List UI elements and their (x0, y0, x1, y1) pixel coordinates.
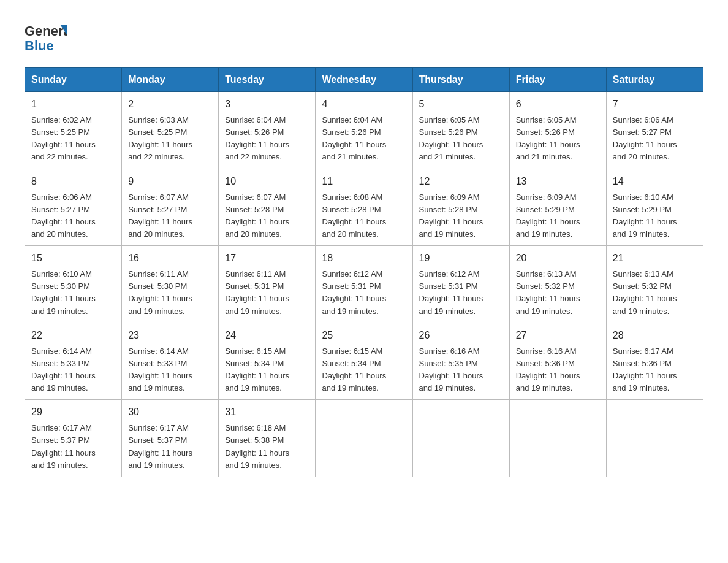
day-info: Sunrise: 6:16 AMSunset: 5:36 PMDaylight:… (516, 345, 600, 395)
day-number: 21 (613, 251, 697, 266)
day-number: 12 (419, 174, 503, 189)
calendar-cell: 18 Sunrise: 6:12 AMSunset: 5:31 PMDaylig… (316, 246, 412, 323)
day-info: Sunrise: 6:12 AMSunset: 5:31 PMDaylight:… (322, 268, 406, 318)
calendar-cell: 2 Sunrise: 6:03 AMSunset: 5:25 PMDayligh… (122, 92, 219, 169)
day-number: 24 (225, 328, 309, 343)
day-number: 10 (225, 174, 309, 189)
calendar-cell: 26 Sunrise: 6:16 AMSunset: 5:35 PMDaylig… (412, 323, 509, 400)
calendar-cell: 8 Sunrise: 6:06 AMSunset: 5:27 PMDayligh… (25, 169, 122, 246)
day-number: 16 (128, 251, 212, 266)
logo-icon: General Blue (25, 18, 67, 55)
day-number: 3 (225, 97, 309, 112)
page-header: General Blue (25, 18, 703, 55)
day-number: 22 (31, 328, 115, 343)
day-number: 7 (613, 97, 697, 112)
calendar-cell: 30 Sunrise: 6:17 AMSunset: 5:37 PMDaylig… (122, 400, 219, 477)
calendar-cell: 16 Sunrise: 6:11 AMSunset: 5:30 PMDaylig… (122, 246, 219, 323)
weekday-header-sunday: Sunday (25, 68, 122, 92)
calendar-cell: 9 Sunrise: 6:07 AMSunset: 5:27 PMDayligh… (122, 169, 219, 246)
week-row-4: 22 Sunrise: 6:14 AMSunset: 5:33 PMDaylig… (25, 323, 703, 400)
day-info: Sunrise: 6:03 AMSunset: 5:25 PMDaylight:… (128, 114, 212, 164)
day-info: Sunrise: 6:14 AMSunset: 5:33 PMDaylight:… (31, 345, 115, 395)
calendar-cell: 11 Sunrise: 6:08 AMSunset: 5:28 PMDaylig… (316, 169, 412, 246)
day-number: 11 (322, 174, 406, 189)
day-number: 13 (516, 174, 600, 189)
day-info: Sunrise: 6:12 AMSunset: 5:31 PMDaylight:… (419, 268, 503, 318)
day-info: Sunrise: 6:07 AMSunset: 5:28 PMDaylight:… (225, 191, 309, 241)
day-number: 27 (516, 328, 600, 343)
day-info: Sunrise: 6:15 AMSunset: 5:34 PMDaylight:… (225, 345, 309, 395)
calendar-cell: 31 Sunrise: 6:18 AMSunset: 5:38 PMDaylig… (219, 400, 316, 477)
week-row-2: 8 Sunrise: 6:06 AMSunset: 5:27 PMDayligh… (25, 169, 703, 246)
day-number: 28 (613, 328, 697, 343)
day-number: 6 (516, 97, 600, 112)
day-info: Sunrise: 6:18 AMSunset: 5:38 PMDaylight:… (225, 422, 309, 472)
day-number: 29 (31, 405, 115, 419)
week-row-3: 15 Sunrise: 6:10 AMSunset: 5:30 PMDaylig… (25, 246, 703, 323)
day-info: Sunrise: 6:06 AMSunset: 5:27 PMDaylight:… (31, 191, 115, 241)
logo: General Blue (25, 18, 67, 55)
calendar-cell: 28 Sunrise: 6:17 AMSunset: 5:36 PMDaylig… (606, 323, 703, 400)
weekday-header-thursday: Thursday (412, 68, 509, 92)
day-info: Sunrise: 6:11 AMSunset: 5:30 PMDaylight:… (128, 268, 212, 318)
day-info: Sunrise: 6:05 AMSunset: 5:26 PMDaylight:… (516, 114, 600, 164)
calendar-cell: 5 Sunrise: 6:05 AMSunset: 5:26 PMDayligh… (412, 92, 509, 169)
calendar-cell: 6 Sunrise: 6:05 AMSunset: 5:26 PMDayligh… (509, 92, 606, 169)
day-info: Sunrise: 6:10 AMSunset: 5:29 PMDaylight:… (613, 191, 697, 241)
calendar-cell: 12 Sunrise: 6:09 AMSunset: 5:28 PMDaylig… (412, 169, 509, 246)
calendar-cell: 4 Sunrise: 6:04 AMSunset: 5:26 PMDayligh… (316, 92, 412, 169)
weekday-header-saturday: Saturday (606, 68, 703, 92)
day-info: Sunrise: 6:15 AMSunset: 5:34 PMDaylight:… (322, 345, 406, 395)
day-info: Sunrise: 6:07 AMSunset: 5:27 PMDaylight:… (128, 191, 212, 241)
day-info: Sunrise: 6:06 AMSunset: 5:27 PMDaylight:… (613, 114, 697, 164)
weekday-header-wednesday: Wednesday (316, 68, 412, 92)
day-info: Sunrise: 6:10 AMSunset: 5:30 PMDaylight:… (31, 268, 115, 318)
day-number: 4 (322, 97, 406, 112)
calendar-cell: 14 Sunrise: 6:10 AMSunset: 5:29 PMDaylig… (606, 169, 703, 246)
weekday-header-monday: Monday (122, 68, 219, 92)
day-info: Sunrise: 6:17 AMSunset: 5:36 PMDaylight:… (613, 345, 697, 395)
weekday-header-row: SundayMondayTuesdayWednesdayThursdayFrid… (25, 68, 703, 92)
day-info: Sunrise: 6:08 AMSunset: 5:28 PMDaylight:… (322, 191, 406, 241)
weekday-header-friday: Friday (509, 68, 606, 92)
day-number: 8 (31, 174, 115, 189)
day-number: 17 (225, 251, 309, 266)
day-info: Sunrise: 6:02 AMSunset: 5:25 PMDaylight:… (31, 114, 115, 164)
day-number: 5 (419, 97, 503, 112)
day-info: Sunrise: 6:11 AMSunset: 5:31 PMDaylight:… (225, 268, 309, 318)
day-info: Sunrise: 6:13 AMSunset: 5:32 PMDaylight:… (613, 268, 697, 318)
calendar-cell (316, 400, 412, 477)
day-number: 20 (516, 251, 600, 266)
calendar-cell: 22 Sunrise: 6:14 AMSunset: 5:33 PMDaylig… (25, 323, 122, 400)
day-number: 19 (419, 251, 503, 266)
day-info: Sunrise: 6:17 AMSunset: 5:37 PMDaylight:… (128, 422, 212, 472)
day-info: Sunrise: 6:09 AMSunset: 5:29 PMDaylight:… (516, 191, 600, 241)
calendar-cell: 13 Sunrise: 6:09 AMSunset: 5:29 PMDaylig… (509, 169, 606, 246)
day-number: 1 (31, 97, 115, 112)
day-info: Sunrise: 6:05 AMSunset: 5:26 PMDaylight:… (419, 114, 503, 164)
day-number: 26 (419, 328, 503, 343)
week-row-1: 1 Sunrise: 6:02 AMSunset: 5:25 PMDayligh… (25, 92, 703, 169)
calendar-cell: 25 Sunrise: 6:15 AMSunset: 5:34 PMDaylig… (316, 323, 412, 400)
calendar-cell (509, 400, 606, 477)
weekday-header-tuesday: Tuesday (219, 68, 316, 92)
day-info: Sunrise: 6:17 AMSunset: 5:37 PMDaylight:… (31, 422, 115, 472)
day-number: 15 (31, 251, 115, 266)
calendar-cell: 1 Sunrise: 6:02 AMSunset: 5:25 PMDayligh… (25, 92, 122, 169)
calendar-cell (412, 400, 509, 477)
day-number: 2 (128, 97, 212, 112)
day-number: 14 (613, 174, 697, 189)
calendar-table: SundayMondayTuesdayWednesdayThursdayFrid… (25, 67, 703, 477)
day-number: 9 (128, 174, 212, 189)
day-info: Sunrise: 6:04 AMSunset: 5:26 PMDaylight:… (322, 114, 406, 164)
day-number: 23 (128, 328, 212, 343)
calendar-cell (606, 400, 703, 477)
day-number: 30 (128, 405, 212, 419)
day-info: Sunrise: 6:04 AMSunset: 5:26 PMDaylight:… (225, 114, 309, 164)
day-number: 18 (322, 251, 406, 266)
calendar-cell: 23 Sunrise: 6:14 AMSunset: 5:33 PMDaylig… (122, 323, 219, 400)
day-info: Sunrise: 6:09 AMSunset: 5:28 PMDaylight:… (419, 191, 503, 241)
calendar-cell: 21 Sunrise: 6:13 AMSunset: 5:32 PMDaylig… (606, 246, 703, 323)
calendar-cell: 7 Sunrise: 6:06 AMSunset: 5:27 PMDayligh… (606, 92, 703, 169)
calendar-cell: 10 Sunrise: 6:07 AMSunset: 5:28 PMDaylig… (219, 169, 316, 246)
